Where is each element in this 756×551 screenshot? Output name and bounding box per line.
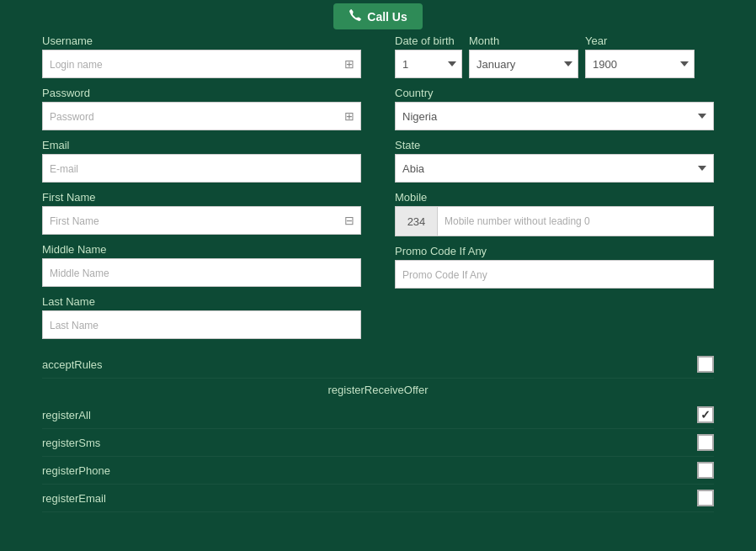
state-select[interactable]: Abia Adamawa Akwa Ibom Anambra Bauchi Ba…	[395, 154, 714, 183]
promo-input[interactable]	[395, 260, 714, 289]
register-phone-row: registerPhone	[42, 457, 714, 485]
register-receive-label: registerReceiveOffer	[328, 384, 429, 396]
dob-year-select[interactable]: 1900191019201930 1940195019601970 198019…	[585, 50, 695, 78]
register-all-checkbox[interactable]	[697, 406, 714, 423]
form-container: Username ⊞ Password ⊞ Email First Name	[0, 34, 756, 347]
phone-icon	[349, 8, 362, 24]
dob-month-group: JanuaryFebruaryMarchApril MayJuneJulyAug…	[469, 50, 578, 78]
accept-rules-checkbox[interactable]	[697, 356, 714, 373]
country-group: Country Nigeria Ghana Kenya South Africa	[395, 87, 714, 130]
state-group: State Abia Adamawa Akwa Ibom Anambra Bau…	[395, 139, 714, 183]
month-label: Month	[469, 34, 578, 47]
register-email-label: registerEmail	[42, 492, 106, 505]
right-column: Date of birth Month Year 12345 678910 11…	[395, 34, 714, 347]
middle-name-label: Middle Name	[42, 243, 361, 256]
accept-rules-label: acceptRules	[42, 358, 103, 371]
register-all-row: registerAll	[42, 401, 714, 429]
dob-label: Date of birth	[395, 34, 462, 47]
accept-rules-row: acceptRules	[42, 351, 714, 379]
email-group: Email	[42, 139, 361, 183]
dob-label-row: Date of birth Month Year	[395, 34, 714, 47]
country-label: Country	[395, 87, 714, 99]
email-label: Email	[42, 139, 361, 151]
register-email-checkbox[interactable]	[697, 490, 714, 506]
first-name-label: First Name	[42, 191, 361, 204]
register-phone-checkbox[interactable]	[697, 462, 714, 479]
username-label: Username	[42, 34, 361, 47]
email-input[interactable]	[42, 154, 361, 183]
dob-year-group: 1900191019201930 1940195019601970 198019…	[585, 50, 695, 78]
register-sms-checkbox[interactable]	[697, 434, 714, 451]
promo-label: Promo Code If Any	[395, 245, 714, 257]
username-input-wrapper: ⊞	[42, 50, 361, 78]
mobile-prefix: 234	[396, 207, 438, 236]
last-name-group: Last Name	[42, 295, 361, 339]
last-name-input[interactable]	[42, 310, 361, 339]
register-phone-label: registerPhone	[42, 464, 110, 477]
dob-month-select[interactable]: JanuaryFebruaryMarchApril MayJuneJulyAug…	[469, 50, 578, 78]
register-all-label: registerAll	[42, 409, 91, 421]
dob-day-group: 12345 678910 1112131415 1617181920 21222…	[395, 50, 462, 78]
year-label: Year	[585, 34, 695, 47]
register-sms-row: registerSms	[42, 429, 714, 457]
first-name-input[interactable]	[42, 206, 361, 235]
password-label: Password	[42, 87, 361, 99]
username-icon: ⊞	[344, 57, 354, 71]
header-section: Call Us	[0, 0, 756, 31]
mobile-label: Mobile	[395, 191, 714, 204]
register-sms-label: registerSms	[42, 437, 100, 449]
dob-day-select[interactable]: 12345 678910 1112131415 1617181920 21222…	[395, 50, 462, 78]
mobile-group: Mobile 234	[395, 191, 714, 236]
state-label: State	[395, 139, 714, 151]
mobile-row: 234	[395, 206, 714, 236]
mobile-input[interactable]	[438, 207, 713, 236]
country-select[interactable]: Nigeria Ghana Kenya South Africa	[395, 102, 714, 130]
call-us-button[interactable]: Call Us	[333, 3, 422, 29]
dob-group: Date of birth Month Year 12345 678910 11…	[395, 34, 714, 78]
dob-row: 12345 678910 1112131415 1617181920 21222…	[395, 50, 714, 78]
first-name-icon: ⊟	[344, 214, 354, 227]
page-wrapper: Call Us Username ⊞ Password ⊞ Emai	[0, 0, 756, 512]
username-input[interactable]	[42, 50, 361, 78]
password-input[interactable]	[42, 102, 361, 130]
checkbox-section: acceptRules registerReceiveOffer registe…	[0, 351, 756, 512]
last-name-label: Last Name	[42, 295, 361, 308]
register-receive-row: registerReceiveOffer	[42, 379, 714, 401]
middle-name-input[interactable]	[42, 258, 361, 287]
password-icon: ⊞	[344, 109, 354, 123]
call-us-label: Call Us	[367, 10, 407, 24]
register-email-row: registerEmail	[42, 485, 714, 512]
password-group: Password ⊞	[42, 87, 361, 130]
middle-name-group: Middle Name	[42, 243, 361, 287]
left-column: Username ⊞ Password ⊞ Email First Name	[42, 34, 361, 347]
username-group: Username ⊞	[42, 34, 361, 78]
password-input-wrapper: ⊞	[42, 102, 361, 130]
first-name-input-wrapper: ⊟	[42, 206, 361, 235]
promo-group: Promo Code If Any	[395, 245, 714, 289]
first-name-group: First Name ⊟	[42, 191, 361, 235]
